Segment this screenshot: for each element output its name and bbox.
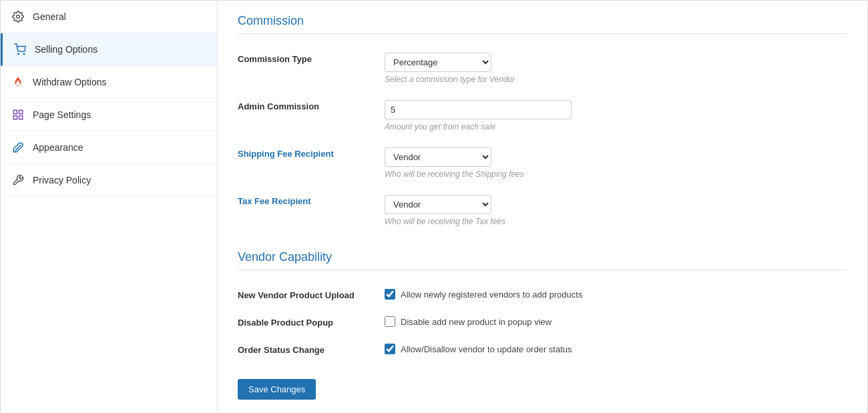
tax-fee-label: Tax Fee Recipient bbox=[238, 187, 385, 234]
sidebar-item-label-privacy-policy: Privacy Policy bbox=[33, 175, 91, 185]
commission-form-table: Commission Type Percentage Fixed Combine… bbox=[238, 45, 847, 234]
commission-type-select[interactable]: Percentage Fixed Combined bbox=[385, 53, 491, 72]
sidebar-item-label-page-settings: Page Settings bbox=[33, 109, 91, 120]
tax-fee-help: Who will be receiving the Tax fees bbox=[385, 217, 847, 226]
shipping-fee-row: Shipping Fee Recipient Vendor Admin Who … bbox=[238, 139, 847, 187]
svg-point-2 bbox=[23, 53, 25, 55]
sidebar-item-general[interactable]: General bbox=[1, 1, 217, 33]
order-status-checkbox[interactable] bbox=[385, 344, 395, 354]
sidebar-item-withdraw-options[interactable]: Withdraw Options bbox=[1, 66, 217, 99]
new-vendor-upload-checkbox-row: Allow newly registered vendors to add pr… bbox=[385, 289, 847, 300]
disable-popup-field: Disable add new product in popup view bbox=[385, 308, 847, 336]
cart-icon bbox=[13, 43, 27, 56]
sidebar-item-page-settings[interactable]: Page Settings bbox=[1, 99, 217, 131]
commission-type-field: Percentage Fixed Combined Select a commi… bbox=[385, 45, 847, 92]
disable-popup-label: Disable Product Popup bbox=[238, 308, 385, 336]
vendor-capability-table: New Vendor Product Upload Allow newly re… bbox=[238, 281, 847, 363]
order-status-label: Order Status Change bbox=[238, 336, 385, 363]
order-status-checkbox-row: Allow/Disallow vendor to update order st… bbox=[385, 344, 847, 354]
new-vendor-upload-label: New Vendor Product Upload bbox=[238, 281, 385, 308]
save-changes-button[interactable]: Save Changes bbox=[238, 379, 316, 400]
main-content: Commission Commission Type Percentage Fi… bbox=[218, 1, 867, 413]
tax-fee-select[interactable]: Vendor Admin bbox=[385, 195, 491, 214]
disable-popup-row: Disable Product Popup Disable add new pr… bbox=[238, 308, 847, 336]
admin-commission-field: Amount you get from each sale bbox=[385, 92, 847, 139]
gear-icon bbox=[11, 10, 25, 23]
sidebar-item-privacy-policy[interactable]: Privacy Policy bbox=[1, 164, 217, 197]
svg-rect-3 bbox=[13, 110, 17, 113]
sidebar-item-selling-options[interactable]: Selling Options bbox=[1, 33, 217, 66]
commission-type-row: Commission Type Percentage Fixed Combine… bbox=[238, 45, 847, 92]
vendor-capability-title: Vendor Capability bbox=[238, 250, 847, 270]
sidebar-item-label-selling-options: Selling Options bbox=[35, 44, 97, 55]
sidebar-item-appearance[interactable]: Appearance bbox=[1, 131, 217, 164]
order-status-field: Allow/Disallow vendor to update order st… bbox=[385, 336, 847, 363]
order-status-row: Order Status Change Allow/Disallow vendo… bbox=[238, 336, 847, 363]
svg-point-1 bbox=[18, 53, 19, 55]
disable-popup-checkbox-row: Disable add new product in popup view bbox=[385, 316, 847, 327]
sidebar-item-label-appearance: Appearance bbox=[33, 142, 83, 153]
admin-commission-row: Admin Commission Amount you get from eac… bbox=[238, 92, 847, 139]
svg-rect-4 bbox=[19, 110, 23, 113]
shipping-fee-label: Shipping Fee Recipient bbox=[238, 139, 385, 187]
new-vendor-upload-checkbox-label: Allow newly registered vendors to add pr… bbox=[401, 290, 582, 300]
shipping-fee-select[interactable]: Vendor Admin bbox=[385, 147, 491, 167]
shipping-fee-help: Who will be receiving the Shipping fees bbox=[385, 169, 847, 179]
sidebar-item-label-withdraw-options: Withdraw Options bbox=[33, 77, 106, 87]
shipping-fee-field: Vendor Admin Who will be receiving the S… bbox=[385, 139, 847, 187]
sidebar: General Selling Options Withdraw Options bbox=[1, 1, 218, 413]
svg-rect-5 bbox=[19, 116, 23, 119]
svg-point-0 bbox=[17, 15, 20, 19]
new-vendor-upload-row: New Vendor Product Upload Allow newly re… bbox=[238, 281, 847, 308]
commission-section-title: Commission bbox=[238, 14, 847, 34]
vendor-capability-section: Vendor Capability New Vendor Product Upl… bbox=[238, 250, 847, 363]
pages-icon bbox=[11, 108, 25, 121]
disable-popup-checkbox[interactable] bbox=[385, 316, 395, 327]
disable-popup-checkbox-label: Disable add new product in popup view bbox=[401, 317, 552, 327]
wrench-icon bbox=[11, 173, 25, 187]
tax-fee-field: Vendor Admin Who will be receiving the T… bbox=[385, 187, 847, 234]
admin-commission-label: Admin Commission bbox=[238, 92, 385, 139]
admin-commission-help: Amount you get from each sale bbox=[385, 122, 847, 131]
brush-icon bbox=[11, 141, 25, 154]
fire-icon bbox=[11, 75, 25, 89]
admin-commission-input[interactable] bbox=[385, 100, 572, 119]
new-vendor-upload-checkbox[interactable] bbox=[385, 289, 395, 300]
svg-rect-6 bbox=[13, 116, 17, 119]
commission-type-help: Select a commission type for Vendor bbox=[385, 75, 847, 84]
order-status-checkbox-label: Allow/Disallow vendor to update order st… bbox=[401, 344, 572, 354]
tax-fee-row: Tax Fee Recipient Vendor Admin Who will … bbox=[238, 187, 847, 234]
commission-type-label: Commission Type bbox=[238, 45, 385, 92]
new-vendor-upload-field: Allow newly registered vendors to add pr… bbox=[385, 281, 847, 308]
sidebar-item-label-general: General bbox=[33, 11, 66, 22]
